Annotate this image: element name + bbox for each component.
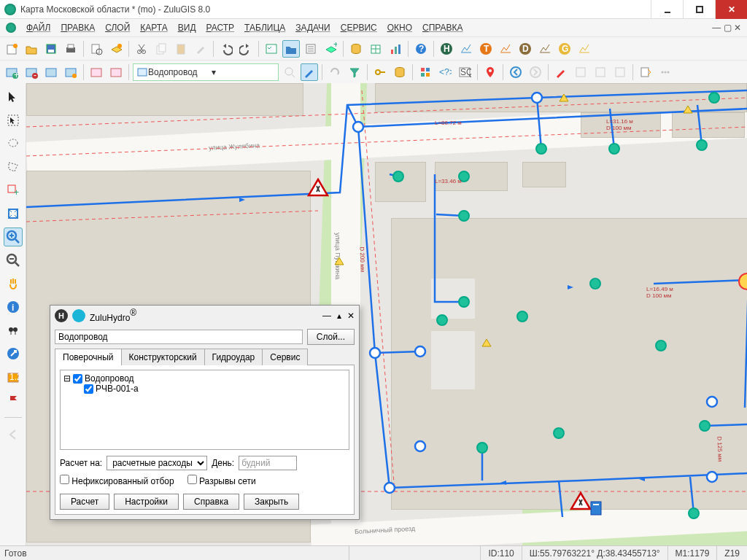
menu-edit[interactable]: ПРАВКА [61, 23, 95, 33]
menu-tasks[interactable]: ЗАДАЧИ [295, 23, 330, 33]
nav-back-icon[interactable] [507, 63, 525, 81]
back-icon[interactable] [4, 425, 23, 444]
profile3-icon[interactable] [536, 40, 554, 58]
menu-map[interactable]: КАРТА [140, 23, 167, 33]
checklist-icon[interactable] [263, 40, 280, 58]
tree-child-check[interactable] [84, 384, 93, 394]
tree-root-check[interactable] [73, 374, 82, 384]
grid-icon[interactable] [417, 63, 434, 81]
layer-up-icon[interactable] [88, 63, 105, 81]
preview-icon[interactable] [88, 40, 105, 58]
marker-icon[interactable] [481, 63, 499, 81]
profile4-icon[interactable] [576, 40, 593, 58]
tree-collapse-icon[interactable]: ⊟ [63, 373, 71, 384]
select-rect-icon[interactable] [4, 111, 23, 130]
calc-on-select[interactable]: расчетные расходы [107, 456, 207, 470]
btn-calc[interactable]: Расчет [60, 494, 109, 510]
copy-icon[interactable] [152, 40, 170, 58]
module-h-icon[interactable]: H [438, 40, 455, 58]
panel-layer-button[interactable]: Слой... [307, 329, 355, 345]
btn-close[interactable]: Закрыть [244, 494, 299, 510]
link-icon[interactable] [4, 344, 23, 363]
zuluhydro-panel[interactable]: H ZuluHydro® — ▴ ✕ Слой... Поверочный Ко… [50, 305, 360, 520]
menu-file[interactable]: ФАЙЛ [26, 23, 50, 33]
menu-raster[interactable]: РАСТР [206, 23, 235, 33]
db2-icon[interactable] [391, 63, 409, 81]
tab-constructor[interactable]: Конструкторский [121, 349, 205, 365]
layer-prop-icon[interactable] [62, 63, 80, 81]
folder-blue-icon[interactable] [282, 40, 300, 58]
close-button[interactable]: ✕ [715, 0, 747, 19]
layer-remove-icon[interactable]: - [23, 63, 40, 81]
cut-icon[interactable] [133, 40, 150, 58]
panel-minimize-icon[interactable]: — [322, 311, 331, 321]
pan-icon[interactable] [4, 274, 23, 293]
profile2-icon[interactable] [497, 40, 514, 58]
filter-icon[interactable] [346, 63, 363, 81]
module-t-icon[interactable]: T [477, 40, 495, 58]
minimize-button[interactable] [651, 0, 683, 19]
layer-add2-icon[interactable]: + [3, 63, 20, 81]
edit-toggle-icon[interactable] [301, 63, 318, 81]
brush-icon[interactable] [192, 40, 209, 58]
btn-settings[interactable]: Настройки [114, 494, 179, 510]
select-add-icon[interactable]: + [4, 181, 23, 200]
menu-service[interactable]: СЕРВИС [341, 23, 377, 33]
tool-a-icon[interactable] [572, 63, 589, 81]
menu-view[interactable]: ВИД [178, 23, 196, 33]
pointer-icon[interactable] [4, 88, 23, 106]
chart-icon[interactable] [387, 40, 404, 58]
panel-layer-input[interactable] [55, 330, 303, 344]
layer-add-icon[interactable]: + [322, 40, 339, 58]
info-icon[interactable]: i [4, 298, 23, 316]
mdi-controls[interactable]: — ▢ ✕ [712, 23, 741, 33]
layer-edit-icon[interactable] [42, 63, 60, 81]
zoom-in-icon[interactable] [4, 228, 23, 246]
select-poly-icon[interactable] [4, 158, 23, 176]
print-icon[interactable] [62, 40, 80, 58]
paste-icon[interactable] [172, 40, 190, 58]
sql-icon[interactable]: SQL [456, 63, 473, 81]
new-layer-icon[interactable] [107, 40, 125, 58]
menu-layer[interactable]: СЛОЙ [105, 23, 130, 33]
module-d-icon[interactable]: D [516, 40, 534, 58]
table-new-icon[interactable] [367, 40, 384, 58]
tool-b-icon[interactable] [592, 63, 609, 81]
panel-tree[interactable]: ⊟Водопровод РЧВ-001-a [60, 370, 349, 450]
more-icon[interactable] [657, 63, 674, 81]
zoom-layer-icon[interactable] [281, 63, 298, 81]
tool-c-icon[interactable] [611, 63, 629, 81]
undo-icon[interactable] [217, 40, 235, 58]
open-icon[interactable] [23, 40, 40, 58]
new-map-icon[interactable] [3, 40, 20, 58]
chk-unfixed[interactable]: Нефиксированный отбор [60, 475, 174, 486]
find-icon[interactable] [4, 321, 23, 340]
calendar-icon[interactable]: 1.2 [4, 368, 23, 386]
pen-red-icon[interactable] [552, 63, 570, 81]
module-g-icon[interactable]: G [556, 40, 573, 58]
panel-up-icon[interactable]: ▴ [337, 311, 341, 321]
panel-titlebar[interactable]: H ZuluHydro® — ▴ ✕ [50, 306, 359, 326]
profile1-icon[interactable] [457, 40, 475, 58]
refresh-icon[interactable] [326, 63, 344, 81]
export-icon[interactable] [637, 63, 654, 81]
menu-table[interactable]: ТАБЛИЦА [244, 23, 285, 33]
zoom-out-icon[interactable] [4, 251, 23, 270]
key-icon[interactable] [371, 63, 389, 81]
layer-down-icon[interactable] [107, 63, 125, 81]
panel-close-icon[interactable]: ✕ [347, 311, 355, 321]
list-icon[interactable] [302, 40, 320, 58]
fit-icon[interactable] [4, 204, 23, 223]
menu-window[interactable]: ОКНО [387, 23, 412, 33]
tab-service[interactable]: Сервис [262, 349, 308, 365]
btn-help[interactable]: Справка [183, 494, 239, 510]
flag-icon[interactable] [4, 391, 23, 410]
select-lasso-icon[interactable] [4, 134, 23, 153]
layer-selector[interactable]: Водопровод ▾ [133, 63, 279, 81]
redo-icon[interactable] [237, 40, 255, 58]
tab-hammer[interactable]: Гидроудар [204, 349, 263, 365]
save-icon[interactable] [42, 40, 60, 58]
code-icon[interactable]: <?> [436, 63, 454, 81]
maximize-button[interactable] [683, 0, 715, 19]
help-icon[interactable]: ? [412, 40, 430, 58]
